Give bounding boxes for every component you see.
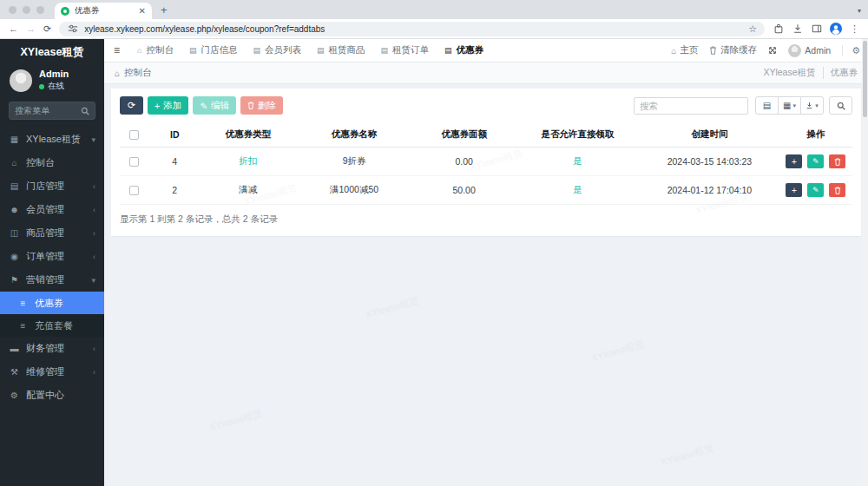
scrollbar-thumb[interactable] (863, 41, 867, 117)
sidebar-item-maintenance[interactable]: ⚒ 维修管理 ‹ (0, 360, 104, 384)
column-header-created[interactable]: 创建时间 (640, 122, 779, 148)
sidebar-item-marketing[interactable]: ⚑ 营销管理 ▾ (0, 268, 104, 292)
cell-amount: 0.00 (413, 148, 516, 176)
card-view-icon: ▤ (763, 101, 771, 110)
add-button[interactable]: +添加 (148, 96, 188, 115)
watermark: XYlease租赁 (589, 338, 646, 365)
cell-amount: 50.00 (413, 176, 516, 205)
menu-search-input[interactable]: 搜索菜单 (9, 102, 95, 120)
row-delete-button[interactable] (829, 183, 845, 197)
window-controls[interactable] (0, 6, 55, 19)
trash-icon (709, 46, 717, 55)
sidebar-item-products[interactable]: ◫ 商品管理 ‹ (0, 221, 104, 245)
column-header-direct-claim[interactable]: 是否允许直接领取 (516, 122, 640, 148)
dashboard-icon: ⌂ (9, 158, 20, 167)
admin-avatar (788, 44, 801, 57)
sidebar-item-label: 商品管理 (26, 227, 87, 240)
breadcrumb-left[interactable]: 控制台 (124, 67, 152, 79)
column-header-type[interactable]: 优惠券类型 (201, 122, 296, 148)
gear-icon: ⚙ (9, 391, 20, 400)
export-button[interactable]: ▾ (800, 96, 824, 115)
chevron-left-icon: ‹ (93, 229, 95, 238)
address-bar[interactable]: xylease.xykeep.com/xylease.php/xylease/c… (59, 22, 765, 36)
nav-tab-rental-orders[interactable]: ▤ 租赁订单 (373, 39, 437, 62)
table-search-input[interactable] (634, 97, 748, 115)
nav-tab-coupons[interactable]: ▤ 优惠券 (437, 39, 491, 62)
tab-close-icon[interactable]: ✕ (139, 6, 146, 16)
row-detail-button[interactable]: + (786, 183, 802, 197)
site-info-icon[interactable] (67, 23, 78, 35)
search-toggle-button[interactable] (829, 96, 852, 115)
nav-tab-label: 租赁订单 (392, 44, 429, 56)
sidebar-item-members[interactable]: ☻ 会员管理 ‹ (0, 198, 104, 221)
reload-icon[interactable]: ⟳ (43, 24, 51, 34)
download-icon[interactable] (792, 23, 803, 35)
nav-tab-rental-products[interactable]: ▤ 租赁商品 (309, 39, 373, 62)
user-panel: Admin 在线 (0, 64, 104, 95)
row-detail-button[interactable]: + (786, 154, 802, 168)
sidebar-subitem-recharge[interactable]: ≡ 充值套餐 (0, 314, 104, 337)
nav-tab-dashboard[interactable]: ⌂ 控制台 (129, 39, 181, 62)
column-header-amount[interactable]: 优惠券面额 (413, 122, 516, 148)
sidebar-item-dashboard[interactable]: ⌂ 控制台 (0, 151, 104, 174)
hamburger-icon[interactable]: ≡ (104, 44, 129, 56)
refresh-button[interactable]: ⟳ (120, 96, 143, 115)
edit-button[interactable]: ✎编辑 (193, 96, 236, 115)
admin-menu[interactable]: Admin (788, 44, 831, 57)
cell-type: 折扣 (201, 148, 296, 176)
side-panel-icon[interactable] (811, 23, 822, 35)
cell-actions: + ✎ (779, 176, 852, 205)
cell-direct-claim: 是 (516, 148, 640, 176)
home-icon: ⌂ (137, 46, 141, 55)
row-checkbox[interactable] (129, 157, 139, 167)
cell-name: 满1000减50 (296, 176, 413, 205)
delete-button[interactable]: 删除 (240, 96, 283, 115)
wallet-icon: ▬ (9, 344, 20, 353)
clear-cache-link[interactable]: 清除缓存 (709, 44, 757, 56)
browser-menu-icon[interactable]: ⋮ (850, 24, 859, 34)
row-edit-button[interactable]: ✎ (807, 183, 824, 197)
home-link[interactable]: ⌂ 主页 (671, 44, 698, 56)
tab-list-chevron-icon[interactable]: ▾ (858, 7, 861, 15)
chevron-left-icon: ‹ (93, 368, 95, 377)
sidebar-item-config[interactable]: ⚙ 配置中心 (0, 384, 104, 407)
chevron-down-icon: ▾ (91, 276, 95, 285)
row-edit-button[interactable]: ✎ (807, 154, 824, 168)
chevron-left-icon: ‹ (93, 253, 95, 261)
sidebar-item-label: 门店管理 (26, 180, 87, 193)
url-text[interactable]: xylease.xykeep.com/xylease.php/xylease/c… (84, 24, 742, 34)
row-checkbox[interactable] (129, 186, 139, 195)
watermark: XYlease租赁 (659, 442, 715, 470)
back-icon[interactable]: ← (9, 24, 18, 34)
forward-icon[interactable]: → (26, 24, 36, 34)
settings-button[interactable]: ⚙ (842, 45, 860, 56)
sidebar-item-finance[interactable]: ▬ 财务管理 ‹ (0, 337, 104, 360)
sidebar-item-stores[interactable]: ▤ 门店管理 ‹ (0, 174, 104, 198)
breadcrumb-parent[interactable]: XYlease租赁 (763, 67, 815, 79)
breadcrumb: ⌂ 控制台 XYlease租赁 优惠券 (104, 62, 868, 84)
tools-icon: ⚒ (9, 367, 20, 377)
nav-tab-members[interactable]: ▤ 会员列表 (245, 39, 309, 62)
sidebar-subitem-coupons[interactable]: ≡ 优惠券 (0, 292, 104, 314)
column-header-id[interactable]: ID (149, 122, 201, 148)
toggle-view-button[interactable]: ▤ (755, 96, 779, 115)
browser-tab[interactable]: 优惠券 ✕ (55, 3, 152, 19)
sidebar-item-brand[interactable]: ▦ XYlease租赁 ▾ (0, 128, 104, 151)
row-delete-button[interactable] (829, 154, 845, 168)
nav-tab-label: 优惠券 (457, 44, 484, 56)
sidebar-item-label: 财务管理 (26, 342, 87, 355)
sidebar-item-label: XYlease租赁 (26, 133, 85, 146)
column-header-name[interactable]: 优惠券名称 (296, 122, 413, 148)
vertical-scrollbar[interactable] (862, 39, 868, 486)
new-tab-button[interactable]: + (152, 3, 176, 19)
fullscreen-button[interactable] (768, 46, 777, 55)
profile-avatar-icon[interactable] (830, 23, 842, 35)
bookmark-star-icon[interactable]: ☆ (748, 23, 757, 35)
select-all-checkbox[interactable] (129, 130, 139, 140)
nav-tab-stores[interactable]: ▤ 门店信息 (181, 39, 246, 62)
list-icon: ▤ (189, 46, 197, 55)
sidebar-item-orders[interactable]: ◉ 订单管理 ‹ (0, 245, 104, 268)
cell-actions: + ✎ (779, 148, 852, 176)
extensions-icon[interactable] (773, 23, 784, 35)
columns-button[interactable]: ▦▾ (778, 96, 801, 115)
